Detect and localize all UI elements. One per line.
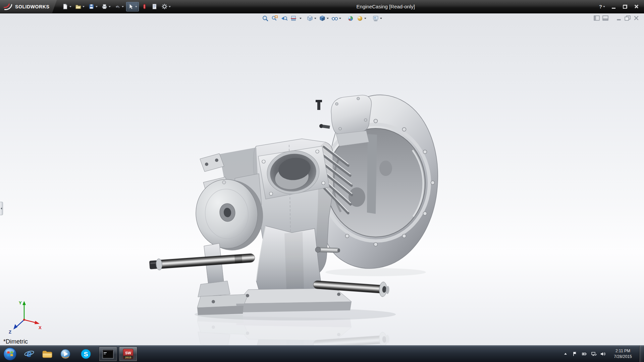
taskbar-item-solidworks[interactable]: SW 2015 [119,347,137,361]
minimize-button[interactable] [610,3,616,10]
graphics-area[interactable]: Y X Z *Dimetric [0,13,644,345]
file-properties-icon [151,3,158,10]
show-hidden-icons-button[interactable] [561,347,570,361]
new-document-button[interactable] [61,2,73,11]
dropdown-caret[interactable] [96,6,98,7]
previous-view-button[interactable] [280,14,288,23]
edit-appearance-ball-icon [347,15,354,22]
dropdown-caret[interactable] [83,6,85,7]
titlebar-toolbar [61,2,172,11]
network-status-button[interactable] [589,347,598,361]
dropdown-caret[interactable] [603,6,605,7]
edit-appearance-button[interactable] [346,14,355,23]
titlebar: SOLIDWORKS [0,0,644,13]
view-settings-button[interactable] [371,14,383,23]
doc-restore-button[interactable] [625,15,631,21]
hide-show-glasses-icon [331,15,338,22]
close-button[interactable] [633,3,639,10]
open-button[interactable] [74,2,86,11]
pane-bottom-button[interactable] [602,15,608,21]
doc-minimize-icon [616,15,622,21]
dropdown-caret[interactable] [314,18,316,19]
start-button[interactable] [1,346,19,362]
show-desktop-button[interactable] [639,346,644,362]
previous-view-icon [281,15,287,22]
dropdown-caret[interactable] [135,6,137,7]
skype-icon: S [80,349,91,359]
dropdown-caret[interactable] [69,6,71,7]
save-button[interactable] [87,2,99,11]
taskbar-item-command-prompt[interactable] [99,347,117,361]
hide-show-items-button[interactable] [330,14,342,23]
restore-button[interactable] [622,3,628,10]
network-icon [591,351,597,357]
minimize-icon [612,8,615,9]
triad-z-label: Z [9,329,11,335]
save-icon [88,3,95,10]
doc-minimize-button[interactable] [616,15,622,21]
apply-scene-button[interactable] [356,14,367,23]
rebuild-icon [141,3,148,10]
sw-letters: SW [125,351,131,355]
zoom-to-area-button[interactable] [270,14,279,23]
internet-explorer-icon: e [23,348,35,360]
clock-date: 7/28/2015 [609,354,637,359]
taskbar-item-skype[interactable]: S [78,347,94,361]
view-orientation-button[interactable] [306,14,317,23]
display-style-button[interactable] [318,14,330,23]
doc-restore-icon [625,15,631,21]
hidden-icons-caret-icon [564,353,567,355]
solidworks-logo-icon [3,3,13,10]
media-player-icon [60,349,71,359]
doc-close-button[interactable] [633,15,639,21]
open-folder-icon [75,3,82,10]
section-view-button[interactable] [289,14,298,23]
windows-start-orb-icon [3,347,17,361]
select-button[interactable] [126,2,139,11]
power-status-button[interactable] [580,347,589,361]
undo-button[interactable] [113,2,125,11]
zoom-to-area-icon [271,15,278,22]
dropdown-caret[interactable] [122,6,124,7]
close-icon [634,4,639,9]
taskbar-item-windows-explorer[interactable] [39,347,55,361]
print-icon [101,3,108,10]
skype-letter: S [84,351,88,358]
restore-icon [623,5,627,9]
dropdown-caret[interactable] [109,6,111,7]
document-window-controls [594,15,639,21]
pane-left-button[interactable] [594,15,600,21]
dropdown-caret[interactable] [300,18,302,19]
section-view-icon [290,15,297,22]
dropdown-caret[interactable] [169,6,171,7]
dropdown-caret[interactable] [364,18,366,19]
action-center-flag-icon [572,351,578,357]
file-properties-button[interactable] [150,2,159,11]
window-controls: ? [599,3,644,10]
engine-casing-model [0,13,644,345]
clock-time: 2:11 PM [609,348,637,354]
feature-manager-collapsed-tab[interactable] [0,202,3,215]
zoom-to-fit-button[interactable] [261,14,270,23]
pane-bottom-icon [602,15,608,21]
taskbar-clock[interactable]: 2:11 PM 7/28/2015 [609,348,637,359]
options-gear-icon [161,3,168,10]
solidworks-logo-text: SOLIDWORKS [15,4,49,9]
taskbar-item-media-player[interactable] [57,347,73,361]
action-center-button[interactable] [570,347,580,361]
options-button[interactable] [160,2,172,11]
print-button[interactable] [100,2,112,11]
dropdown-caret[interactable] [327,18,329,19]
taskbar-item-internet-explorer[interactable]: e [21,347,37,361]
dropdown-caret[interactable] [380,18,382,19]
triad-y-label: Y [19,300,22,305]
apply-scene-globe-icon [357,15,363,22]
rebuild-button[interactable] [140,2,149,11]
heads-up-view-toolbar [261,14,383,23]
volume-button[interactable] [598,347,608,361]
dropdown-caret[interactable] [339,18,341,19]
speaker-icon [600,351,606,357]
help-button[interactable]: ? [599,3,605,10]
view-orientation-cube-icon [307,15,313,22]
undo-icon [114,3,121,10]
